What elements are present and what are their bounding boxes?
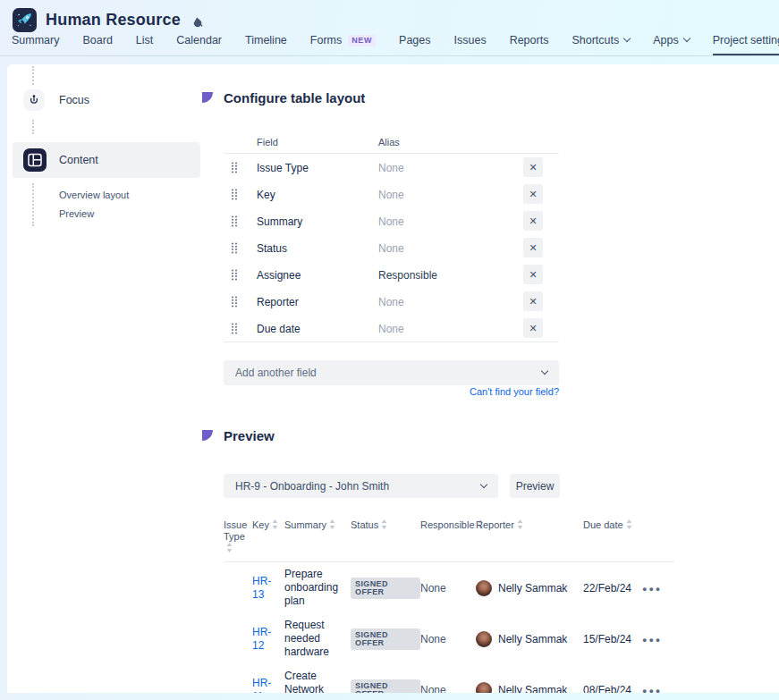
row-actions-button[interactable]: ●●● xyxy=(642,687,662,694)
nav-tab-reports[interactable]: Reports xyxy=(510,34,549,55)
row-actions-button[interactable]: ●●● xyxy=(642,636,662,645)
close-icon: ✕ xyxy=(529,269,537,280)
project-avatar-rocket-icon[interactable] xyxy=(13,8,37,32)
section-accent-icon xyxy=(202,92,213,103)
nav-tab-apps[interactable]: Apps xyxy=(653,34,690,55)
responsible-value: None xyxy=(420,684,476,694)
focus-target-icon xyxy=(23,89,45,111)
preview-column-header-due-date[interactable]: Due date xyxy=(583,516,642,531)
due-date: 08/Feb/24 xyxy=(583,684,642,694)
field-alias-value[interactable]: None xyxy=(378,323,404,335)
ellipsis-icon: ●●● xyxy=(642,687,662,694)
sidebar-item-label: Content xyxy=(59,154,98,166)
close-icon: ✕ xyxy=(529,215,537,226)
remove-field-button[interactable]: ✕ xyxy=(523,157,543,177)
issue-summary: Create Network access xyxy=(284,670,351,693)
preview-column-header-issue-type[interactable]: Issue Type xyxy=(224,516,252,554)
theme-paint-icon[interactable] xyxy=(191,16,203,28)
field-alias-value[interactable]: None xyxy=(378,296,404,308)
drag-handle-icon[interactable] xyxy=(231,162,238,173)
field-row: Key None ✕ xyxy=(224,181,559,207)
chevron-down-icon xyxy=(682,35,690,42)
field-name: Summary xyxy=(257,215,302,228)
sort-icon xyxy=(329,519,335,529)
preview-table-header: Issue Type Key Summary Status Responsibl… xyxy=(224,516,674,562)
remove-field-button[interactable]: ✕ xyxy=(523,238,543,257)
add-field-select[interactable]: Add another field xyxy=(224,360,559,385)
nav-tab-label: Reports xyxy=(510,34,549,46)
remove-field-button[interactable]: ✕ xyxy=(523,318,543,338)
nav-tab-shortcuts[interactable]: Shortcuts xyxy=(572,34,630,55)
field-alias-value[interactable]: None xyxy=(378,215,404,228)
ellipsis-icon: ●●● xyxy=(642,636,662,645)
remove-field-button[interactable]: ✕ xyxy=(523,291,543,311)
drag-handle-icon[interactable] xyxy=(231,323,238,334)
nav-tab-forms[interactable]: FormsNEW xyxy=(310,34,376,55)
row-actions-button[interactable]: ●●● xyxy=(642,585,662,594)
due-date: 15/Feb/24 xyxy=(583,633,642,645)
nav-tab-label: Summary xyxy=(12,34,59,46)
field-alias-value[interactable]: None xyxy=(378,242,404,255)
field-name: Due date xyxy=(257,323,301,335)
nav-tab-calendar[interactable]: Calendar xyxy=(176,34,222,55)
sort-icon xyxy=(626,519,632,529)
remove-field-button[interactable]: ✕ xyxy=(523,184,543,204)
preview-column-header-status[interactable]: Status xyxy=(351,516,420,531)
field-alias-value[interactable]: None xyxy=(378,189,404,201)
chevron-down-icon xyxy=(623,35,631,42)
preview-table-row: HR-11 Create Network access SIGNED OFFER… xyxy=(224,664,674,693)
sidebar-item-focus[interactable]: Focus xyxy=(23,89,193,111)
nav-tab-label: Forms xyxy=(310,34,342,46)
preview-column-header-key[interactable]: Key xyxy=(252,516,284,531)
nav-divider xyxy=(0,55,779,56)
nav-tab-label: Timeline xyxy=(245,34,287,46)
preview-issue-select[interactable]: HR-9 - Onboarding - John Smith xyxy=(224,474,498,498)
nav-tab-label: List xyxy=(136,34,153,46)
reporter-avatar xyxy=(476,682,492,694)
remove-field-button[interactable]: ✕ xyxy=(523,265,543,284)
nav-tab-label: Shortcuts xyxy=(572,34,619,46)
reporter-name: Nelly Sammak xyxy=(498,582,567,595)
preview-column-header-summary[interactable]: Summary xyxy=(284,516,351,531)
drag-handle-icon[interactable] xyxy=(231,269,238,281)
cant-find-field-link[interactable]: Can't find your field? xyxy=(224,386,559,397)
drag-handle-icon[interactable] xyxy=(231,189,238,200)
new-badge: NEW xyxy=(348,35,376,46)
nav-tab-summary[interactable]: Summary xyxy=(12,34,59,55)
add-field-placeholder: Add another field xyxy=(235,367,317,379)
issue-key-link[interactable]: HR-12 xyxy=(252,626,276,653)
remove-field-button[interactable]: ✕ xyxy=(523,211,543,231)
field-row: Status None ✕ xyxy=(224,234,559,261)
preview-column-label: Reporter xyxy=(476,519,514,530)
preview-table: Issue Type Key Summary Status Responsibl… xyxy=(224,516,674,693)
issue-key-link[interactable]: HR-13 xyxy=(252,575,276,602)
nav-tab-project-settings[interactable]: Project settings xyxy=(713,34,779,55)
preview-column-label: Due date xyxy=(583,519,623,530)
drag-handle-icon[interactable] xyxy=(231,296,238,308)
issue-key-link[interactable]: HR-11 xyxy=(252,677,276,694)
preview-button[interactable]: Preview xyxy=(510,474,560,498)
close-icon: ✕ xyxy=(529,162,537,173)
issue-summary: Prepare onboarding plan xyxy=(284,568,351,608)
sidebar-item-content[interactable]: Content xyxy=(13,142,200,178)
preview-column-header-responsible[interactable]: Responsible xyxy=(420,516,476,531)
section-accent-icon xyxy=(202,430,213,441)
nav-tab-timeline[interactable]: Timeline xyxy=(245,34,287,55)
reporter-name: Nelly Sammak xyxy=(498,684,567,694)
nav-tab-board[interactable]: Board xyxy=(82,34,112,55)
field-alias-value[interactable]: None xyxy=(378,162,404,174)
app-window: Human Resource Summary Board List Calend… xyxy=(0,0,779,700)
nav-tab-pages[interactable]: Pages xyxy=(399,34,430,55)
drag-handle-icon[interactable] xyxy=(231,215,238,227)
close-icon: ✕ xyxy=(529,296,537,307)
sidebar-subitem-overview-layout[interactable]: Overview layout xyxy=(59,190,129,200)
preview-column-header-reporter[interactable]: Reporter xyxy=(476,516,583,531)
sidebar-subitem-preview[interactable]: Preview xyxy=(59,208,94,219)
close-icon: ✕ xyxy=(529,189,537,199)
drag-handle-icon[interactable] xyxy=(231,242,238,254)
field-alias-value[interactable]: Responsible xyxy=(378,269,437,282)
nav-tab-list[interactable]: List xyxy=(136,34,153,55)
nav-tab-issues[interactable]: Issues xyxy=(454,34,487,55)
field-row: Reporter None ✕ xyxy=(224,288,559,315)
project-nav: Summary Board List Calendar Timeline For… xyxy=(12,32,779,55)
